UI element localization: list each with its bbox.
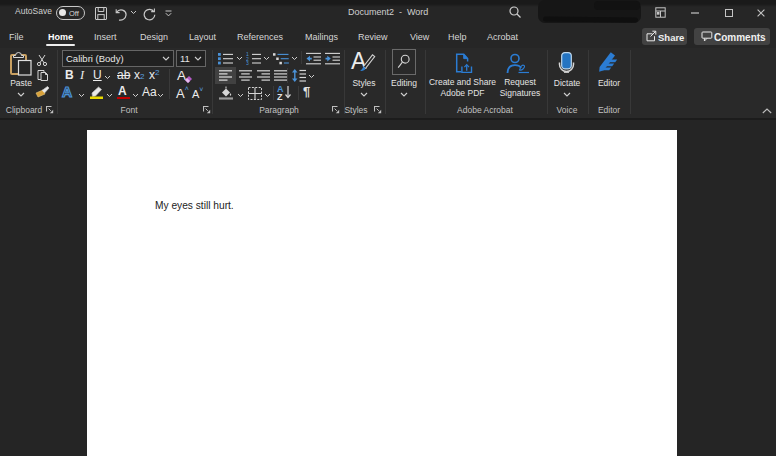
- svg-text:3: 3: [246, 60, 249, 65]
